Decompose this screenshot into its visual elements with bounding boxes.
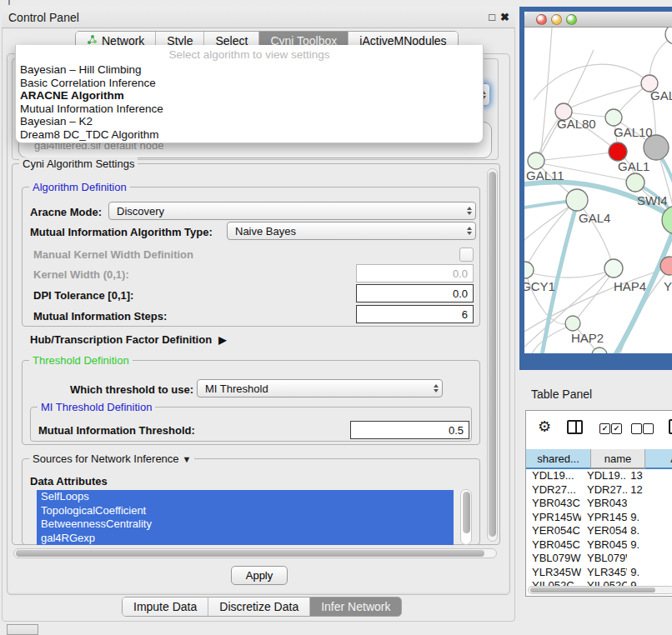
zoom-window-icon[interactable]	[566, 14, 577, 25]
table-cell	[627, 552, 672, 566]
mi-steps-field[interactable]: 6	[356, 305, 474, 323]
sources-group-title[interactable]: Sources for Network Inference▼	[29, 452, 194, 465]
attribute-item-selfloops[interactable]: SelfLoops	[37, 490, 454, 504]
close-panel-icon[interactable]: ✖	[500, 11, 509, 23]
table-cell: 13	[627, 469, 672, 483]
column-header-a[interactable]: A	[645, 449, 672, 469]
algorithm-item-basic-correlation-inference[interactable]: Basic Correlation Inference	[16, 77, 483, 90]
network-node-label: GAL1	[618, 159, 649, 173]
table-row[interactable]: YER054CYER054C8.	[526, 524, 672, 538]
network-node-hap4[interactable]	[604, 259, 623, 278]
mi-steps-label: Mutual Information Steps:	[33, 310, 167, 322]
kernel-width-label: Kernel Width (0,1):	[33, 268, 129, 281]
kernel-width-field[interactable]: 0.0	[356, 264, 474, 282]
table-cell: YIL052C	[526, 579, 581, 586]
network-node-gal1[interactable]	[609, 142, 627, 161]
network-node-gal10[interactable]	[605, 109, 622, 126]
mi-algorithm-type-label: Mutual Information Algorithm Type:	[30, 226, 213, 238]
algorithm-item-mutual-information-inference[interactable]: Mutual Information Inference	[16, 102, 483, 116]
table-cell: 9.	[627, 538, 672, 552]
network-node-label: GAL80	[557, 117, 596, 131]
table-row[interactable]: YLR345WYLR345W9.	[526, 566, 672, 580]
network-node-hap2[interactable]	[565, 316, 580, 331]
table-row[interactable]: YDR27...YDR27...12	[526, 483, 672, 498]
table-cell: YDL19...	[581, 469, 627, 483]
table-row[interactable]: YBL079WYBL079W	[526, 552, 672, 566]
top-tick	[8, 0, 10, 5]
table-cell: YPR145W	[581, 511, 627, 525]
table-cell: YBL079W	[581, 552, 627, 566]
hide-columns-icon[interactable]	[631, 423, 642, 434]
algorithm-item-bayesian-hill-climbing[interactable]: Bayesian – Hill Climbing	[16, 63, 483, 77]
data-attributes-list: SelfLoopsTopologicalCoefficientBetweenne…	[37, 490, 454, 545]
apply-button[interactable]: Apply	[231, 566, 288, 585]
table-cell: 9.	[627, 579, 672, 586]
algorithm-item-bayesian-k2[interactable]: Bayesian – K2	[16, 115, 483, 128]
attributes-scrollbar[interactable]	[460, 489, 472, 545]
table-horizontal-scrollbar[interactable]	[528, 586, 672, 594]
aracne-mode-value: Discovery	[117, 205, 164, 218]
cyni-bottom-tabs: Impute DataDiscretize DataInfer Network	[122, 597, 402, 617]
table-cell: YDL19...	[526, 469, 581, 483]
show-columns-icon[interactable]: ✓	[611, 423, 622, 434]
network-node-label: SWI4	[637, 193, 668, 208]
function-icon[interactable]	[669, 419, 672, 434]
table-cell: YDR27...	[581, 483, 627, 498]
table-row[interactable]: YDL19...YDL19...13	[526, 469, 672, 483]
attribute-item-topologicalcoefficient[interactable]: TopologicalCoefficient	[37, 504, 454, 518]
attribute-item-gal4rgexp[interactable]: gal4RGexp	[37, 532, 454, 546]
hide-columns-icon[interactable]	[643, 423, 654, 434]
gear-icon[interactable]: ⚙	[538, 418, 551, 436]
algorithm-item-aracne-algorithm[interactable]: ARACNE Algorithm	[16, 89, 483, 102]
network-node-swi4[interactable]	[626, 173, 644, 192]
network-node-gal4[interactable]	[566, 189, 588, 211]
minimize-window-icon[interactable]	[551, 14, 562, 25]
network-window-titlebar[interactable]	[524, 12, 672, 28]
table-row[interactable]: YPR145WYPR145W9.	[526, 511, 672, 525]
algorithm-dropdown-popup: Select algorithm to view settings Bayesi…	[15, 45, 484, 143]
combo-stepper-icon	[467, 202, 472, 219]
cyni-algorithm-settings-title: Cyni Algorithm Settings	[19, 158, 138, 170]
mi-threshold-definition-title: MI Threshold Definition	[38, 401, 155, 413]
network-canvas[interactable]: GALGAL80GAL10GAL1GAL11SWI4GAL4GCY1HAP4YH…	[524, 28, 672, 353]
table-row[interactable]: YBR043CYBR043C	[526, 497, 672, 511]
algorithm-dropdown-prompt: Select algorithm to view settings	[16, 45, 483, 63]
column-header-shared[interactable]: shared...	[526, 449, 591, 469]
close-window-icon[interactable]	[536, 14, 547, 25]
mi-algorithm-type-value: Naive Bayes	[235, 225, 296, 238]
table-cell: YLR345W	[581, 566, 627, 580]
which-threshold-label: Which threshold to use:	[70, 383, 193, 396]
tab-infer-network[interactable]: Infer Network	[310, 598, 401, 616]
column-header-name[interactable]: name	[591, 449, 645, 469]
tab-impute-data[interactable]: Impute Data	[123, 598, 208, 616]
which-threshold-combo[interactable]: MI Threshold	[197, 379, 443, 398]
attribute-item-betweennesscentrality[interactable]: BetweennessCentrality	[37, 518, 454, 532]
aracne-mode-combo[interactable]: Discovery	[108, 202, 476, 220]
table-cell: YBR045C	[526, 538, 581, 552]
table-row[interactable]: YIL052CYIL052C9.	[526, 579, 672, 586]
table-cell: YBR043C	[581, 497, 627, 511]
dpi-tolerance-field[interactable]: 0.0	[356, 284, 474, 302]
settings-horizontal-scrollbar[interactable]	[13, 548, 497, 558]
tab-discretize-data[interactable]: Discretize Data	[208, 598, 310, 616]
manual-kernel-width-checkbox[interactable]	[459, 248, 474, 262]
tab-label: Impute Data	[133, 600, 197, 613]
algorithm-item-dream8-dc-tdc-algorithm[interactable]: Dream8 DC_TDC Algorithm	[16, 128, 483, 142]
network-node-gal11[interactable]	[528, 152, 544, 169]
table-cell: YBR045C	[581, 538, 627, 552]
collapsed-panel-grip[interactable]	[7, 624, 38, 635]
settings-vertical-scrollbar[interactable]	[487, 168, 498, 542]
hub-definition-toggle[interactable]: Hub/Transcription Factor Definition▶	[30, 333, 226, 346]
mi-algorithm-type-combo[interactable]: Naive Bayes	[227, 222, 476, 240]
show-columns-icon[interactable]: ✓	[599, 423, 610, 434]
network-node-gcy1[interactable]	[524, 262, 534, 278]
table-cell: 9.	[627, 511, 672, 525]
table-cell: YIL052C	[581, 579, 627, 586]
manual-kernel-width-label: Manual Kernel Width Definition	[33, 248, 193, 261]
table-cell: 9.	[627, 566, 672, 580]
mi-threshold-field[interactable]: 0.5	[350, 421, 469, 439]
float-panel-icon[interactable]: □	[489, 11, 495, 23]
table-row[interactable]: YBR045CYBR045C9.	[526, 538, 672, 552]
split-view-icon[interactable]	[567, 420, 583, 434]
table-cell	[627, 497, 672, 511]
